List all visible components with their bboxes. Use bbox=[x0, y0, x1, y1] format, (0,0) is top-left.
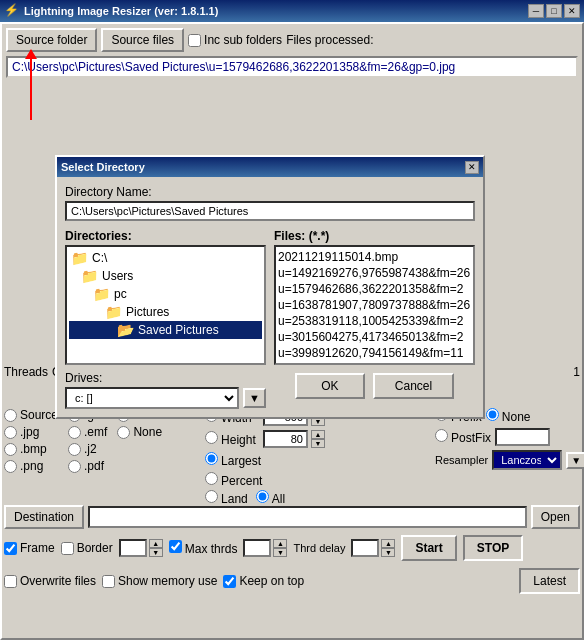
border-checkbox-label[interactable]: Border bbox=[61, 541, 113, 555]
height-down-btn[interactable]: ▼ bbox=[311, 439, 325, 448]
max-thrds-checkbox[interactable] bbox=[169, 540, 182, 553]
thrd-delay-down-btn[interactable]: ▼ bbox=[381, 548, 395, 557]
directory-list[interactable]: 📁 C:\ 📁 Users 📁 pc 📁 bbox=[65, 245, 266, 365]
radio-bmp[interactable]: .bmp bbox=[4, 442, 58, 456]
drives-dropdown-btn[interactable]: ▼ bbox=[243, 388, 266, 408]
dir-item-saved-pictures[interactable]: 📂 Saved Pictures bbox=[69, 321, 262, 339]
thrd-delay-up-btn[interactable]: ▲ bbox=[381, 539, 395, 548]
destination-row: Destination Open bbox=[4, 505, 580, 529]
folder-icon: 📁 bbox=[71, 250, 88, 266]
dir-item-pictures[interactable]: 📁 Pictures bbox=[69, 303, 262, 321]
maximize-button[interactable]: □ bbox=[546, 4, 562, 18]
max-thrds-spin-btns: ▲ ▼ bbox=[273, 539, 287, 557]
file-item: u=1638781907,7809737888&fm=26 bbox=[278, 297, 471, 313]
overwrite-files-checkbox[interactable] bbox=[4, 575, 17, 588]
height-input[interactable] bbox=[263, 430, 308, 448]
max-thrds-down-btn[interactable]: ▼ bbox=[273, 548, 287, 557]
radio-png[interactable]: .png bbox=[4, 459, 58, 473]
drives-row: c: [] ▼ bbox=[65, 387, 266, 409]
border-checkbox[interactable] bbox=[61, 542, 74, 555]
files-section: Files: (*.*) 20211219115014.bmp u=149216… bbox=[274, 229, 475, 409]
largest-row: Largest bbox=[205, 452, 355, 468]
show-memory-checkbox[interactable] bbox=[102, 575, 115, 588]
percent-radio[interactable] bbox=[205, 472, 218, 485]
inc-sub-folders-checkbox[interactable] bbox=[188, 34, 201, 47]
all-radio[interactable] bbox=[256, 490, 269, 503]
radio-none2[interactable]: None bbox=[117, 425, 162, 439]
folder-icon-selected: 📂 bbox=[117, 322, 134, 338]
minimize-button[interactable]: ─ bbox=[528, 4, 544, 18]
drives-select[interactable]: c: [] bbox=[65, 387, 239, 409]
radio-emf[interactable]: .emf bbox=[68, 425, 107, 439]
drives-label: Drives: bbox=[65, 371, 266, 385]
app-title: Lightning Image Resizer (ver: 1.8.1.1) bbox=[24, 5, 528, 17]
resampler-select[interactable]: Lanczos bbox=[492, 450, 562, 470]
source-col1: Source .jpg .bmp .png bbox=[4, 408, 58, 473]
thrd-delay-label: Thrd delay bbox=[293, 542, 345, 554]
latest-button[interactable]: Latest bbox=[519, 568, 580, 594]
postfix-input[interactable] bbox=[495, 428, 550, 446]
toolbar: Source folder Source files Inc sub folde… bbox=[6, 28, 578, 52]
max-thrds-up-btn[interactable]: ▲ bbox=[273, 539, 287, 548]
source-folder-button[interactable]: Source folder bbox=[6, 28, 97, 52]
radio-source[interactable]: Source bbox=[4, 408, 58, 422]
height-label: Height bbox=[205, 431, 260, 447]
dir-item-c[interactable]: 📁 C:\ bbox=[69, 249, 262, 267]
max-thrds-spinner: 5 ▲ ▼ bbox=[243, 539, 287, 557]
overwrite-files-label[interactable]: Overwrite files bbox=[4, 574, 96, 588]
show-memory-label[interactable]: Show memory use bbox=[102, 574, 217, 588]
max-thrds-label: Max thrds bbox=[169, 540, 238, 556]
ok-button[interactable]: OK bbox=[295, 373, 365, 399]
max-thrds-input[interactable]: 5 bbox=[243, 539, 271, 557]
controls-row: Frame Border 5 ▲ ▼ Max thrds 5 ▲ ▼ Thrd … bbox=[4, 535, 580, 561]
resampler-dropdown-btn[interactable]: ▼ bbox=[566, 452, 584, 469]
frame-checkbox[interactable] bbox=[4, 542, 17, 555]
title-bar-buttons: ─ □ ✕ bbox=[528, 4, 580, 18]
radio-j2[interactable]: .j2 bbox=[68, 442, 107, 456]
destination-button[interactable]: Destination bbox=[4, 505, 84, 529]
bottom-row: Overwrite files Show memory use Keep on … bbox=[4, 568, 580, 594]
keep-on-top-checkbox[interactable] bbox=[223, 575, 236, 588]
radio-pdf[interactable]: .pdf bbox=[68, 459, 107, 473]
height-up-btn[interactable]: ▲ bbox=[311, 430, 325, 439]
dialog-body: Directory Name: Directories: 📁 C:\ 📁 Use… bbox=[57, 177, 483, 417]
dir-item-pc[interactable]: 📁 pc bbox=[69, 285, 262, 303]
none-radio[interactable] bbox=[486, 408, 499, 421]
open-button[interactable]: Open bbox=[531, 505, 580, 529]
inc-sub-folders-label[interactable]: Inc sub folders bbox=[188, 33, 282, 47]
source-files-button[interactable]: Source files bbox=[101, 28, 184, 52]
percent-label[interactable]: Percent bbox=[205, 472, 262, 488]
select-directory-dialog: Select Directory ✕ Directory Name: Direc… bbox=[55, 155, 485, 419]
directory-name-input[interactable] bbox=[65, 201, 475, 221]
postfix-radio-label[interactable]: PostFix bbox=[435, 429, 491, 445]
file-item: u=3998912620,794156149&fm=11 bbox=[278, 345, 471, 361]
start-button[interactable]: Start bbox=[401, 535, 456, 561]
resampler-row: Resampler Lanczos ▼ bbox=[435, 450, 580, 470]
postfix-radio[interactable] bbox=[435, 429, 448, 442]
dir-item-users[interactable]: 📁 Users bbox=[69, 267, 262, 285]
threads-label: Threads bbox=[4, 365, 48, 379]
radio-jpg[interactable]: .jpg bbox=[4, 425, 58, 439]
none-radio-label[interactable]: None bbox=[486, 408, 531, 424]
height-radio[interactable] bbox=[205, 431, 218, 444]
largest-label[interactable]: Largest bbox=[205, 452, 261, 468]
frame-down-btn[interactable]: ▼ bbox=[149, 548, 163, 557]
main-window: Source folder Source files Inc sub folde… bbox=[0, 22, 584, 640]
keep-on-top-label[interactable]: Keep on top bbox=[223, 574, 304, 588]
destination-path-input[interactable] bbox=[88, 506, 527, 528]
land-radio[interactable] bbox=[205, 490, 218, 503]
dialog-close-button[interactable]: ✕ bbox=[465, 161, 479, 174]
all-label[interactable]: All bbox=[256, 490, 285, 506]
land-label[interactable]: Land bbox=[205, 490, 248, 506]
close-button[interactable]: ✕ bbox=[564, 4, 580, 18]
cancel-button[interactable]: Cancel bbox=[373, 373, 454, 399]
frame-spinner-input[interactable]: 5 bbox=[119, 539, 147, 557]
files-processed-label: Files processed: bbox=[286, 33, 373, 47]
files-list[interactable]: 20211219115014.bmp u=1492169276,97659874… bbox=[274, 245, 475, 365]
stop-button[interactable]: STOP bbox=[463, 535, 523, 561]
frame-up-btn[interactable]: ▲ bbox=[149, 539, 163, 548]
frame-checkbox-label[interactable]: Frame bbox=[4, 541, 55, 555]
file-item: u=1492169276,9765987438&fm=26 bbox=[278, 265, 471, 281]
largest-radio[interactable] bbox=[205, 452, 218, 465]
thrd-delay-input[interactable]: 5 bbox=[351, 539, 379, 557]
